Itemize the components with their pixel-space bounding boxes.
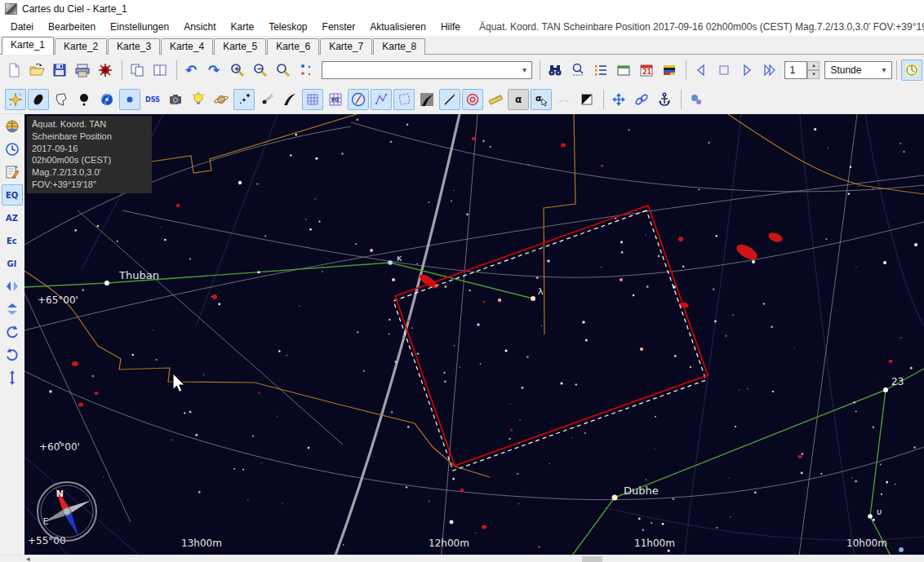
rotate-ccw-button[interactable] bbox=[2, 344, 23, 365]
menu-teleskop[interactable]: Teleskop bbox=[261, 20, 314, 34]
zoom-out-button[interactable]: − bbox=[250, 60, 271, 81]
print-button[interactable] bbox=[72, 60, 93, 81]
show-outlines-button[interactable] bbox=[51, 89, 72, 110]
menu-datei[interactable]: Datei bbox=[3, 20, 41, 34]
spinner-down-button[interactable]: ▼ bbox=[807, 70, 820, 79]
distance-measure-button[interactable] bbox=[485, 89, 506, 110]
multi-window-button[interactable] bbox=[149, 60, 171, 81]
solar-system-button[interactable] bbox=[211, 89, 232, 110]
coord-galactic-button[interactable]: Gl bbox=[2, 253, 23, 274]
tab-karte_8[interactable]: Karte_8 bbox=[373, 38, 425, 55]
asteroid-button[interactable] bbox=[233, 89, 255, 110]
zoom-in-button[interactable]: + bbox=[227, 60, 248, 81]
constellation-bounds-button[interactable] bbox=[393, 89, 415, 110]
menu-bearbeiten[interactable]: Bearbeiten bbox=[41, 20, 103, 34]
undo-button[interactable]: ↶ bbox=[181, 60, 202, 81]
object-pair-button[interactable] bbox=[686, 89, 707, 110]
lock-chart-button[interactable] bbox=[631, 89, 652, 110]
object-list-button[interactable] bbox=[590, 60, 611, 81]
edit-labels-button[interactable]: α bbox=[531, 89, 552, 110]
show-planets-button[interactable] bbox=[119, 89, 140, 110]
save-button[interactable] bbox=[49, 60, 70, 81]
real-time-button[interactable] bbox=[901, 60, 922, 81]
show-labels-button[interactable]: α bbox=[508, 89, 529, 110]
horizontal-scrollbar[interactable]: ◂ bbox=[0, 555, 924, 562]
time-step-back-button[interactable] bbox=[691, 60, 712, 81]
find-position-button[interactable] bbox=[567, 60, 589, 81]
star-limit-button[interactable] bbox=[295, 60, 317, 81]
zoom-default-button[interactable] bbox=[273, 60, 294, 81]
redo-button[interactable]: ↷ bbox=[204, 60, 225, 81]
dss-image-button[interactable]: DSS bbox=[142, 89, 163, 110]
background-image-button[interactable] bbox=[165, 89, 186, 110]
background-star bbox=[735, 426, 736, 427]
menu-aktualisieren[interactable]: Aktualisieren bbox=[362, 20, 433, 34]
coord-ecliptic-button[interactable]: Ec bbox=[2, 230, 23, 251]
menu-einstellungen[interactable]: Einstellungen bbox=[103, 20, 176, 34]
tab-karte_2[interactable]: Karte_2 bbox=[55, 38, 107, 55]
comet-button[interactable] bbox=[256, 89, 278, 110]
search-button[interactable] bbox=[544, 60, 566, 81]
menu-hilfe[interactable]: Hilfe bbox=[433, 20, 468, 34]
az-grid-button[interactable] bbox=[302, 89, 323, 110]
background-star bbox=[910, 367, 913, 370]
menu-karte[interactable]: Karte bbox=[223, 20, 261, 34]
show-dark-nebula-button[interactable] bbox=[73, 89, 95, 110]
open-button[interactable] bbox=[26, 60, 47, 81]
chart-settings-button[interactable] bbox=[2, 162, 23, 183]
tab-karte_3[interactable]: Karte_3 bbox=[108, 38, 160, 55]
mark-position-button[interactable] bbox=[462, 89, 483, 110]
time-step-value[interactable]: 1 bbox=[784, 61, 807, 79]
observatory-button[interactable] bbox=[95, 60, 116, 81]
eq-grid-button[interactable]: EQ bbox=[325, 89, 346, 110]
mirror-vertical-button[interactable] bbox=[2, 299, 23, 320]
sky-chart-canvas[interactable]: ThubanDubheκλ23υ+65°00'+60°00'+55°0013h0… bbox=[24, 114, 924, 555]
ephemerides-button[interactable] bbox=[659, 60, 680, 81]
time-step-spinner[interactable]: 1 ▲ ▼ bbox=[784, 61, 820, 79]
calendar-button[interactable]: 21 bbox=[636, 60, 657, 81]
rotate-cw-button[interactable] bbox=[2, 321, 23, 343]
show-stars-button[interactable] bbox=[5, 89, 26, 110]
object-search-combobox[interactable]: ▾ bbox=[322, 61, 532, 79]
spinner-up-button[interactable]: ▲ bbox=[807, 61, 820, 70]
tab-karte_1[interactable]: Karte_1 bbox=[2, 37, 54, 55]
new-chart-button[interactable] bbox=[3, 60, 24, 81]
menu-fenster[interactable]: Fenster bbox=[315, 20, 363, 34]
tab-karte_6[interactable]: Karte_6 bbox=[267, 38, 319, 55]
search-input[interactable] bbox=[322, 63, 517, 77]
time-play-button[interactable] bbox=[736, 60, 757, 81]
copy-chart-button[interactable] bbox=[127, 60, 148, 81]
show-nebulae-button[interactable] bbox=[28, 89, 49, 110]
telescope-park-button[interactable] bbox=[654, 89, 675, 110]
rotcw-icon bbox=[4, 324, 20, 340]
coord-azimuthal-button[interactable]: AZ bbox=[2, 207, 23, 228]
chevron-down-icon[interactable]: ▾ bbox=[877, 62, 891, 78]
sky-chart[interactable]: ThubanDubheκλ23υ+65°00'+60°00'+55°0013h0… bbox=[24, 114, 924, 555]
milkyway-fill-button[interactable] bbox=[416, 89, 438, 110]
tab-karte_7[interactable]: Karte_7 bbox=[320, 38, 372, 55]
chart-label: 11h00m bbox=[634, 538, 675, 549]
compass-rose-button[interactable] bbox=[348, 89, 369, 110]
milky-way-button[interactable] bbox=[279, 89, 300, 110]
scrollbar-thumb[interactable] bbox=[582, 556, 602, 562]
constellation-lines-button[interactable] bbox=[371, 89, 392, 110]
night-vision-button[interactable] bbox=[576, 89, 597, 110]
scroll-left-arrow[interactable]: ◂ bbox=[26, 555, 30, 562]
simulation-button[interactable] bbox=[188, 89, 209, 110]
chevron-down-icon[interactable]: ▾ bbox=[517, 62, 531, 78]
menu-ansicht[interactable]: Ansicht bbox=[176, 20, 223, 34]
calendar-panel-button[interactable] bbox=[613, 60, 634, 81]
time-unit-combobox[interactable]: Stunde ▾ bbox=[824, 61, 892, 79]
field-height-button[interactable] bbox=[2, 367, 23, 388]
tab-karte_4[interactable]: Karte_4 bbox=[161, 38, 213, 55]
object-path-button[interactable] bbox=[439, 89, 460, 110]
mirror-horizontal-button[interactable] bbox=[2, 276, 23, 297]
time-sidebar-button[interactable] bbox=[2, 139, 23, 160]
coord-equatorial-button[interactable]: EQ bbox=[2, 184, 23, 206]
show-galaxies-button[interactable] bbox=[96, 89, 118, 110]
observatory-sidebar-button[interactable] bbox=[2, 116, 23, 137]
time-stop-button[interactable] bbox=[713, 60, 735, 81]
time-fast-forward-button[interactable] bbox=[759, 60, 780, 81]
move-chart-button[interactable] bbox=[608, 89, 629, 110]
tab-karte_5[interactable]: Karte_5 bbox=[214, 38, 266, 55]
